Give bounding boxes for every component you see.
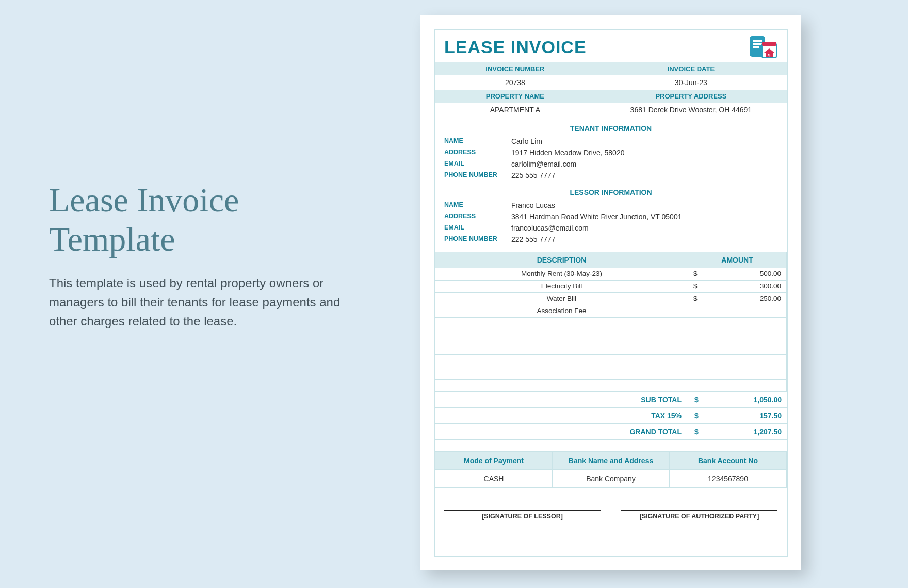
item-desc (435, 330, 688, 342)
item-desc: Electricity Bill (435, 281, 688, 292)
value-row-1: 20738 30-Jun-23 (435, 75, 787, 90)
header-row-2: PROPERTY NAME PROPERTY ADDRESS (435, 90, 787, 103)
label-name: NAME (444, 201, 511, 209)
document-inner: LEASE INVOICE $ INVOICE NUMBER INVOICE D… (434, 29, 788, 557)
subtotal-label: SUB TOTAL (435, 392, 689, 407)
tenant-phone: 225 555 7777 (511, 171, 556, 179)
document-page: LEASE INVOICE $ INVOICE NUMBER INVOICE D… (420, 15, 801, 570)
item-desc: Association Fee (435, 305, 688, 317)
signature-authorized: [SIGNATURE OF AUTHORIZED PARTY] (621, 510, 777, 520)
label-invoice-number: INVOICE NUMBER (435, 62, 595, 75)
subtotal-row: SUB TOTAL $1,050.00 (435, 392, 787, 408)
lessor-address-row: ADDRESS3841 Hardman Road White River Jun… (435, 211, 787, 222)
lessor-address: 3841 Hardman Road White River Junction, … (511, 213, 682, 221)
line-item: Electricity Bill$300.00 (435, 281, 786, 293)
page-title: Lease Invoice Template (49, 181, 343, 259)
item-amount: $500.00 (688, 268, 786, 280)
tenant-email: carlolim@email.com (511, 160, 576, 168)
label-property-address: PROPERTY ADDRESS (595, 90, 787, 103)
tax-amount: $157.50 (689, 408, 787, 423)
item-amount: $300.00 (688, 281, 786, 292)
value-row-2: APARTMENT A 3681 Derek Drive Wooster, OH… (435, 103, 787, 117)
item-amount (688, 305, 786, 317)
lessor-name-row: NAMEFranco Lucas (435, 200, 787, 211)
left-panel: Lease Invoice Template This template is … (49, 181, 343, 331)
tenant-address-row: ADDRESS1917 Hidden Meadow Drive, 58020 (435, 147, 787, 158)
label-phone: PHONE NUMBER (444, 235, 511, 243)
subtotal-amount: $1,050.00 (689, 392, 787, 407)
label-address: ADDRESS (444, 149, 511, 157)
header-row-1: INVOICE NUMBER INVOICE DATE (435, 62, 787, 75)
grand-total-row: GRAND TOTAL $1,207.50 (435, 424, 787, 440)
line-item: Water Bill$250.00 (435, 293, 786, 305)
lessor-phone-row: PHONE NUMBER222 555 7777 (435, 234, 787, 245)
tenant-phone-row: PHONE NUMBER225 555 7777 (435, 170, 787, 181)
tenant-address: 1917 Hidden Meadow Drive, 58020 (511, 149, 624, 157)
line-items-table: DESCRIPTION AMOUNT Monthly Rent (30-May-… (435, 252, 787, 392)
lessor-name: Franco Lucas (511, 201, 555, 209)
totals-section: SUB TOTAL $1,050.00 TAX 15% $157.50 GRAN… (435, 392, 787, 440)
svg-text:$: $ (768, 53, 771, 57)
payment-table: Mode of Payment Bank Name and Address Ba… (435, 451, 787, 488)
item-desc (435, 342, 688, 354)
items-header-row: DESCRIPTION AMOUNT (435, 252, 786, 268)
value-invoice-number: 20738 (435, 75, 595, 90)
item-amount (688, 355, 786, 367)
label-bank-account: Bank Account No (670, 452, 786, 469)
item-desc (435, 355, 688, 367)
invoice-title: LEASE INVOICE (435, 30, 787, 62)
label-address: ADDRESS (444, 213, 511, 221)
item-amount: $250.00 (688, 293, 786, 305)
line-item (435, 380, 786, 392)
tenant-name-row: NAMECarlo Lim (435, 136, 787, 147)
item-desc (435, 318, 688, 330)
label-mode-of-payment: Mode of Payment (435, 452, 553, 469)
svg-rect-2 (753, 43, 762, 45)
page-description: This template is used by rental property… (49, 273, 343, 331)
value-property-name: APARTMENT A (435, 103, 595, 117)
item-desc: Water Bill (435, 293, 688, 305)
label-email: EMAIL (444, 160, 511, 168)
line-item: Association Fee (435, 305, 786, 318)
grand-total-amount: $1,207.50 (689, 424, 787, 439)
line-item (435, 330, 786, 342)
label-invoice-date: INVOICE DATE (595, 62, 787, 75)
item-amount (688, 342, 786, 354)
value-property-address: 3681 Derek Drive Wooster, OH 44691 (595, 103, 787, 117)
signature-lessor: [SIGNATURE OF LESSOR] (444, 510, 601, 520)
label-phone: PHONE NUMBER (444, 171, 511, 179)
item-amount (688, 367, 786, 379)
item-amount (688, 330, 786, 342)
svg-rect-5 (762, 42, 776, 46)
invoice-logo-icon: $ (749, 35, 779, 62)
label-email: EMAIL (444, 224, 511, 232)
tax-label: TAX 15% (435, 408, 689, 423)
line-item (435, 342, 786, 355)
label-name: NAME (444, 137, 511, 145)
line-item (435, 355, 786, 367)
lessor-phone: 222 555 7777 (511, 235, 556, 243)
payment-value-row: CASH Bank Company 1234567890 (435, 470, 786, 487)
grand-total-label: GRAND TOTAL (435, 424, 689, 439)
value-invoice-date: 30-Jun-23 (595, 75, 787, 90)
lessor-section-header: LESSOR INFORMATION (435, 181, 787, 200)
value-bank-account: 1234567890 (670, 470, 786, 487)
line-item (435, 318, 786, 330)
item-desc (435, 380, 688, 391)
item-amount (688, 318, 786, 330)
item-desc (435, 367, 688, 379)
line-item (435, 367, 786, 380)
lessor-email-row: EMAILfrancolucas@email.com (435, 222, 787, 234)
line-item: Monthly Rent (30-May-23)$500.00 (435, 268, 786, 281)
value-mode-of-payment: CASH (435, 470, 553, 487)
tenant-name: Carlo Lim (511, 137, 542, 145)
tenant-section-header: TENANT INFORMATION (435, 117, 787, 136)
column-description: DESCRIPTION (435, 252, 688, 268)
tenant-email-row: EMAILcarlolim@email.com (435, 158, 787, 170)
lessor-email: francolucas@email.com (511, 224, 589, 232)
item-desc: Monthly Rent (30-May-23) (435, 268, 688, 280)
column-amount: AMOUNT (688, 252, 786, 268)
value-bank-name: Bank Company (553, 470, 670, 487)
item-amount (688, 380, 786, 391)
payment-header-row: Mode of Payment Bank Name and Address Ba… (435, 452, 786, 470)
